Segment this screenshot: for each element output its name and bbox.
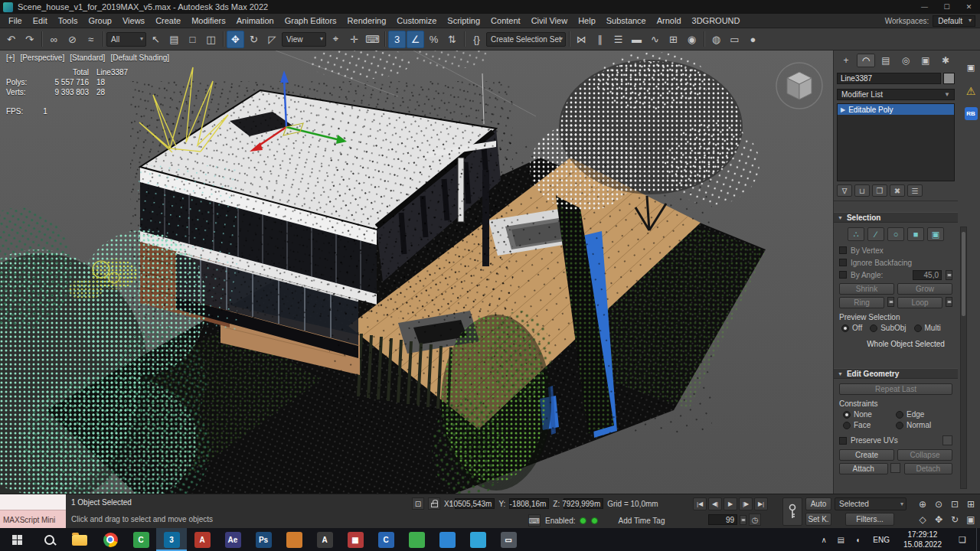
configure-modifier-sets-icon[interactable]: ☰ bbox=[907, 184, 923, 197]
go-to-start-button[interactable]: |◀ bbox=[693, 497, 707, 510]
key-filter-dropdown[interactable]: Selected bbox=[835, 497, 906, 510]
redo-icon[interactable]: ↷ bbox=[21, 31, 38, 48]
tray-chevron-icon[interactable]: ∧ bbox=[815, 528, 832, 551]
tab-modify[interactable]: ◠ bbox=[857, 54, 875, 67]
preserve-uvs-row[interactable]: Preserve UVs bbox=[834, 431, 958, 447]
constraint-face-radio[interactable]: Face bbox=[843, 421, 896, 429]
viewport-3d-scene[interactable] bbox=[0, 51, 833, 494]
edit-geometry-rollout-header[interactable]: ▼ Edit Geometry bbox=[834, 368, 958, 379]
by-angle-row[interactable]: By Angle: 45,0 bbox=[834, 269, 958, 281]
next-frame-button[interactable]: |▶ bbox=[739, 497, 753, 510]
menu-scripting[interactable]: Scripting bbox=[442, 15, 485, 27]
frame-number-field[interactable]: 99 bbox=[708, 514, 737, 525]
tray-icon-1[interactable]: ▤ bbox=[832, 528, 849, 551]
previous-frame-button[interactable]: ◀| bbox=[708, 497, 722, 510]
rectangular-selection-icon[interactable]: □ bbox=[184, 31, 201, 48]
start-button[interactable] bbox=[0, 528, 34, 551]
angle-snap-icon[interactable]: ∠ bbox=[407, 31, 424, 48]
x-coordinate-field[interactable]: 10505,543m bbox=[455, 498, 495, 509]
select-and-rotate-icon[interactable]: ↻ bbox=[245, 31, 263, 48]
maxscript-mini-listener[interactable]: MAXScript Mini bbox=[0, 494, 66, 529]
border-mode-icon[interactable]: ○ bbox=[887, 227, 904, 241]
preserve-uvs-checkbox[interactable] bbox=[839, 437, 847, 445]
orange-app[interactable] bbox=[279, 528, 309, 551]
auto-key-button[interactable]: Auto bbox=[805, 497, 831, 510]
window-crossing-icon[interactable]: ◫ bbox=[202, 31, 220, 48]
repeat-last-button[interactable]: Repeat Last bbox=[839, 383, 952, 395]
menu-rendering[interactable]: Rendering bbox=[342, 15, 392, 27]
selection-filter-dropdown[interactable]: All bbox=[106, 32, 146, 47]
rb-badge-icon[interactable]: RB bbox=[965, 107, 978, 120]
isolate-selection-icon[interactable]: ⊡ bbox=[412, 497, 424, 510]
viewport-label-segment-3[interactable]: [Default Shading] bbox=[110, 54, 169, 62]
select-and-link-icon[interactable]: ∞ bbox=[45, 31, 63, 48]
bind-to-space-warp-icon[interactable]: ≈ bbox=[82, 31, 100, 48]
snaps-toggle-icon[interactable]: 3 bbox=[388, 31, 406, 48]
tab-create[interactable]: + bbox=[837, 54, 855, 67]
menu-customize[interactable]: Customize bbox=[391, 15, 442, 27]
maximize-viewport-icon[interactable]: ▣ bbox=[963, 512, 978, 527]
keyboard-icon[interactable]: ⌨ bbox=[528, 514, 541, 527]
show-desktop-button[interactable] bbox=[976, 528, 980, 551]
tab-hierarchy[interactable]: ▤ bbox=[877, 54, 895, 67]
field-of-view-icon[interactable]: ◇ bbox=[915, 512, 930, 527]
maxscript-input-line[interactable]: MAXScript Mini bbox=[0, 510, 66, 529]
object-color-swatch[interactable] bbox=[943, 73, 955, 84]
render-production-icon[interactable]: ● bbox=[744, 31, 762, 48]
green-c-app[interactable]: C bbox=[126, 528, 156, 551]
select-and-move-icon[interactable]: ✥ bbox=[227, 31, 244, 48]
chrome[interactable] bbox=[95, 528, 126, 551]
grow-button[interactable]: Grow bbox=[897, 283, 952, 295]
z-coordinate-field[interactable]: 7929,999m bbox=[564, 498, 603, 509]
percent-snap-icon[interactable]: % bbox=[425, 31, 443, 48]
zoom-all-icon[interactable]: ⊙ bbox=[931, 497, 946, 511]
preview-off-radio[interactable]: Off bbox=[841, 324, 862, 332]
reference-coordinate-dropdown[interactable]: View bbox=[282, 32, 326, 47]
red-grid-app[interactable]: ▦ bbox=[340, 528, 371, 551]
status-dot-2[interactable] bbox=[591, 517, 598, 524]
menu-graph-editors[interactable]: Graph Editors bbox=[279, 15, 342, 27]
telegram-app[interactable] bbox=[462, 528, 493, 551]
tab-motion[interactable]: ◎ bbox=[897, 54, 915, 67]
zoom-extents-all-icon[interactable]: ⊞ bbox=[963, 497, 978, 511]
selection-lock-icon[interactable] bbox=[428, 497, 440, 510]
menu-content[interactable]: Content bbox=[485, 15, 526, 27]
autocad[interactable]: A bbox=[187, 528, 217, 551]
monitor-app[interactable]: ▭ bbox=[493, 528, 524, 551]
loop-spinner[interactable] bbox=[946, 297, 952, 307]
workspace-dropdown[interactable]: Default bbox=[933, 15, 975, 27]
tray-icon-2[interactable]: ◖ bbox=[849, 528, 866, 551]
blue-c-app[interactable]: C bbox=[371, 528, 401, 551]
by-angle-spinner[interactable] bbox=[946, 270, 952, 280]
spinner-snap-icon[interactable]: ⇅ bbox=[443, 31, 461, 48]
ribbon-toggle-icon[interactable]: ▬ bbox=[628, 31, 645, 48]
time-configuration-icon[interactable]: ◷ bbox=[749, 514, 761, 526]
layer-explorer-icon[interactable]: ☰ bbox=[609, 31, 627, 48]
element-mode-icon[interactable]: ▣ bbox=[927, 227, 944, 241]
frame-spinner[interactable] bbox=[740, 515, 746, 525]
material-editor-icon[interactable]: ◉ bbox=[683, 31, 701, 48]
select-and-scale-icon[interactable]: ◸ bbox=[263, 31, 281, 48]
after-effects-app[interactable]: Ae bbox=[217, 528, 248, 551]
add-time-tag[interactable]: Add Time Tag bbox=[618, 517, 665, 525]
constraint-edge-radio[interactable]: Edge bbox=[896, 410, 949, 419]
rendered-frame-icon[interactable]: ▭ bbox=[726, 31, 743, 48]
mirror-icon[interactable]: ⋈ bbox=[573, 31, 590, 48]
named-selection-sets-dropdown[interactable]: Create Selection Set bbox=[486, 32, 566, 47]
detach-button[interactable]: Detach bbox=[904, 463, 953, 474]
viewport-label-segment-0[interactable]: [+] bbox=[6, 54, 15, 62]
polygon-mode-icon[interactable]: ■ bbox=[907, 227, 924, 241]
unlink-selection-icon[interactable]: ⊘ bbox=[64, 31, 81, 48]
show-end-result-icon[interactable]: ⊔ bbox=[854, 184, 870, 197]
3ds-max[interactable]: 3 bbox=[156, 528, 187, 551]
key-filters-button[interactable]: Filters... bbox=[845, 513, 894, 526]
orbit-icon[interactable]: ↻ bbox=[947, 512, 962, 527]
constraint-normal-radio[interactable]: Normal bbox=[896, 421, 949, 429]
maximize-button[interactable]: ☐ bbox=[936, 0, 958, 14]
select-object-icon[interactable]: ↖ bbox=[147, 31, 165, 48]
menu-file[interactable]: File bbox=[3, 15, 28, 27]
menu-arnold[interactable]: Arnold bbox=[652, 15, 687, 27]
menu-tools[interactable]: Tools bbox=[53, 15, 83, 27]
loop-button[interactable]: Loop bbox=[897, 297, 942, 308]
align-icon[interactable]: ∥ bbox=[591, 31, 609, 48]
